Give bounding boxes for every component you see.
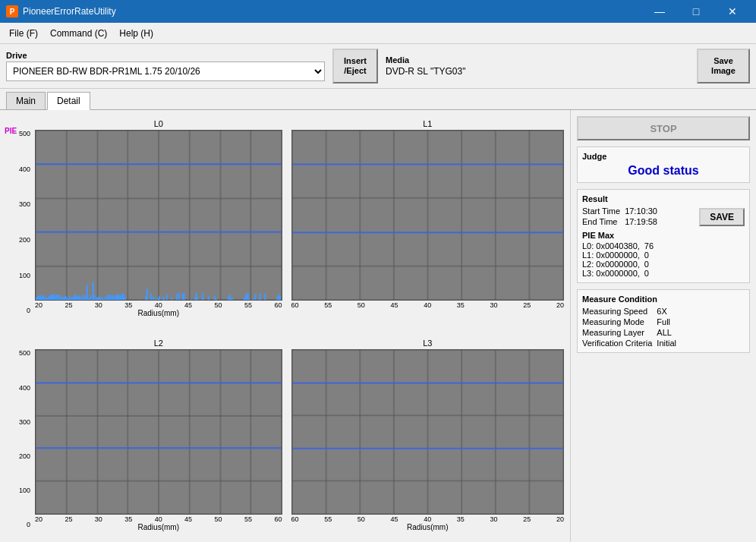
- chart-l2-xlabel: Radius(mm): [35, 523, 282, 531]
- chart-l2: L2 500 400 300 200 100 0 202530354045505…: [3, 332, 285, 542]
- chart-l3-xlabel: Radius(mm): [291, 523, 565, 531]
- pie-item: L3: 0x0000000,0: [582, 269, 745, 278]
- right-panel: STOP Judge Good status Result Start Time…: [570, 110, 756, 542]
- charts-area: L0 PIE 500 400 300 200 100 0 20253035404…: [0, 110, 570, 542]
- menu-command[interactable]: Command (C): [44, 25, 113, 42]
- window-title: PioneerErrorRateUtility: [23, 6, 116, 17]
- pie-max-label: PIE Max: [582, 231, 745, 240]
- judge-section: Judge Good status: [577, 147, 750, 183]
- save-button[interactable]: SAVE: [699, 208, 745, 226]
- close-button[interactable]: ✕: [715, 0, 750, 23]
- chart-l1: L1 605550454035302520: [285, 113, 568, 332]
- tab-main[interactable]: Main: [6, 92, 46, 109]
- measure-section: Measure Condition Measuring Speed6XMeasu…: [577, 289, 750, 353]
- end-time-value: 17:19:58: [625, 217, 699, 226]
- y-axis-l2: 500 400 300 200 100 0: [3, 349, 32, 528]
- media-section: Media DVD-R SL "TYG03": [386, 55, 689, 77]
- window-controls: — □ ✕: [642, 0, 750, 23]
- chart-l0-xlabel: Radius(mm): [35, 309, 282, 317]
- x-axis-l1: 605550454035302520: [291, 301, 565, 309]
- judge-status: Good status: [582, 164, 745, 178]
- judge-label: Judge: [582, 152, 745, 161]
- stop-button[interactable]: STOP: [577, 116, 750, 140]
- measure-items: Measuring Speed6XMeasuring ModeFullMeasu…: [582, 307, 745, 348]
- pie-items: L0: 0x0040380,76L1: 0x0000000,0L2: 0x000…: [582, 241, 745, 278]
- toolbar: Drive PIONEER BD-RW BDR-PR1ML 1.75 20/10…: [0, 44, 756, 89]
- start-time-value: 17:10:30: [625, 206, 699, 216]
- chart-l1-canvas: [291, 130, 565, 301]
- chart-l3-canvas: [291, 349, 565, 515]
- media-value: DVD-R SL "TYG03": [386, 66, 689, 77]
- drive-select[interactable]: PIONEER BD-RW BDR-PR1ML 1.75 20/10/26: [6, 61, 325, 81]
- chart-l3-title: L3: [291, 339, 565, 348]
- drive-section: Drive PIONEER BD-RW BDR-PR1ML 1.75 20/10…: [6, 51, 325, 81]
- save-image-button[interactable]: SaveImage: [697, 49, 750, 84]
- start-time-label: Start Time: [582, 206, 620, 216]
- chart-l2-title: L2: [35, 339, 282, 348]
- chart-l0: L0 PIE 500 400 300 200 100 0 20253035404…: [3, 113, 285, 332]
- maximize-button[interactable]: □: [679, 0, 713, 23]
- minimize-button[interactable]: —: [642, 0, 677, 23]
- tab-detail[interactable]: Detail: [47, 92, 90, 110]
- chart-l0-canvas: [35, 130, 282, 301]
- result-label: Result: [582, 194, 745, 203]
- menu-help[interactable]: Help (H): [113, 25, 159, 42]
- chart-l0-title: L0: [35, 119, 282, 128]
- result-section: Result Start Time 17:10:30 End Time 17:1…: [577, 189, 750, 283]
- pie-max-section: PIE Max L0: 0x0040380,76L1: 0x0000000,0L…: [582, 231, 745, 278]
- title-bar: P PioneerErrorRateUtility — □ ✕: [0, 0, 756, 23]
- result-times: Start Time 17:10:30 End Time 17:19:58: [582, 206, 699, 226]
- drive-label: Drive: [6, 51, 325, 60]
- x-axis-l0: 202530354045505560: [35, 301, 282, 309]
- end-time-label: End Time: [582, 217, 620, 226]
- chart-l1-title: L1: [291, 119, 565, 128]
- menu-file[interactable]: File (F): [3, 25, 44, 42]
- chart-l2-canvas: [35, 349, 282, 515]
- chart-l1-xlabel: [291, 309, 565, 317]
- pie-item: L0: 0x0040380,76: [582, 241, 745, 251]
- main-content: L0 PIE 500 400 300 200 100 0 20253035404…: [0, 110, 756, 542]
- tabs-bar: Main Detail: [0, 89, 756, 110]
- menu-bar: File (F) Command (C) Help (H): [0, 23, 756, 44]
- measure-label: Measure Condition: [582, 295, 745, 304]
- y-axis-l0: 500 400 300 200 100 0: [3, 130, 32, 314]
- app-icon: P: [6, 5, 18, 17]
- chart-l3: L3 605550454035302520 Radius(mm): [285, 332, 568, 542]
- x-axis-l3: 605550454035302520: [291, 515, 565, 523]
- insert-eject-button[interactable]: Insert/Eject: [332, 49, 378, 84]
- pie-item: L2: 0x0000000,0: [582, 260, 745, 269]
- x-axis-l2: 202530354045505560: [35, 515, 282, 523]
- media-label: Media: [386, 55, 689, 65]
- pie-item: L1: 0x0000000,0: [582, 251, 745, 260]
